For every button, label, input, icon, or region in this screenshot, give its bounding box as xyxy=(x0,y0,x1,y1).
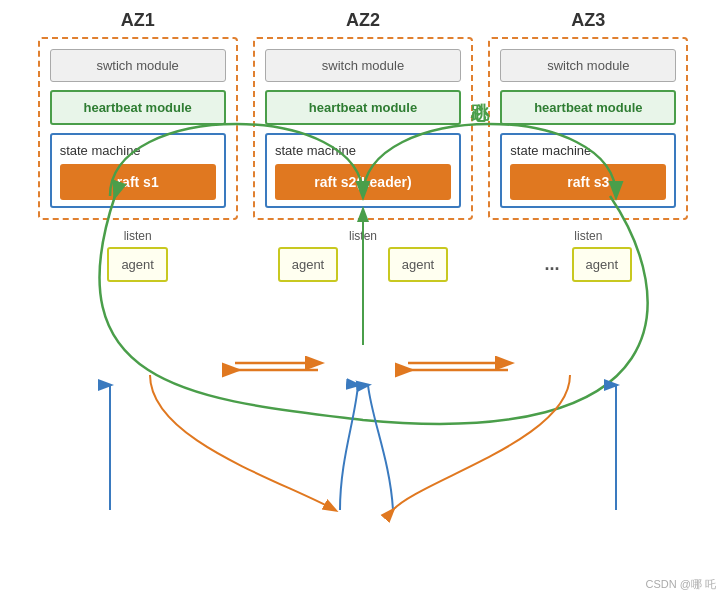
az-labels-row: AZ1 AZ2 AZ3 xyxy=(10,10,716,31)
main-container: AZ1 AZ2 AZ3 swtich module heartbeat modu… xyxy=(0,0,726,600)
agents-row: agent agent agent ... agent xyxy=(10,243,716,282)
az3-listen-label: listen xyxy=(488,228,688,243)
az3-state-machine-box: state machine raft s3 xyxy=(500,133,676,208)
az1-box: swtich module heartbeat module state mac… xyxy=(38,37,238,220)
az2-box: switch module heartbeat module state mac… xyxy=(253,37,473,220)
az1-switch-module: swtich module xyxy=(50,49,226,82)
az2-heartbeat-module: heartbeat module xyxy=(265,90,461,125)
az3-raft-box: raft s3 xyxy=(510,164,666,200)
az1-state-machine-label: state machine xyxy=(60,143,216,158)
az1-heartbeat-module: heartbeat module xyxy=(50,90,226,125)
az2-agent-2: agent xyxy=(388,247,449,282)
az3-agent: agent xyxy=(572,247,633,282)
az1-label: AZ1 xyxy=(38,10,238,31)
az3-state-machine-label: state machine xyxy=(510,143,666,158)
az3-switch-module: switch module xyxy=(500,49,676,82)
az2-switch-module: switch module xyxy=(265,49,461,82)
az1-raft-box: raft s1 xyxy=(60,164,216,200)
ellipsis: ... xyxy=(545,254,560,275)
az2-label: AZ2 xyxy=(253,10,473,31)
az2-agent-1: agent xyxy=(278,247,339,282)
az3-label: AZ3 xyxy=(488,10,688,31)
az2-state-machine-label: state machine xyxy=(275,143,451,158)
az3-box: switch module heartbeat module state mac… xyxy=(488,37,688,220)
listen-labels-row: listen listen listen xyxy=(10,228,716,243)
az2-state-machine-box: state machine raft s2(Leader) xyxy=(265,133,461,208)
watermark: CSDN @哪 吒 xyxy=(646,577,716,592)
blue-agent-to-raft-az2-1 xyxy=(340,385,358,510)
orange-s3-to-agent-az2 xyxy=(393,375,570,510)
orange-s1-to-agent-az2 xyxy=(150,375,335,510)
az1-state-machine-box: state machine raft s1 xyxy=(50,133,226,208)
az2-listen-label: listen xyxy=(253,228,473,243)
az1-agent: agent xyxy=(107,247,168,282)
blue-agent-to-raft-az2-2 xyxy=(368,385,393,510)
az3-heartbeat-module: heartbeat module xyxy=(500,90,676,125)
az1-listen-label: listen xyxy=(38,228,238,243)
az2-raft-box: raft s2(Leader) xyxy=(275,164,451,200)
az-boxes-row: swtich module heartbeat module state mac… xyxy=(10,31,716,220)
